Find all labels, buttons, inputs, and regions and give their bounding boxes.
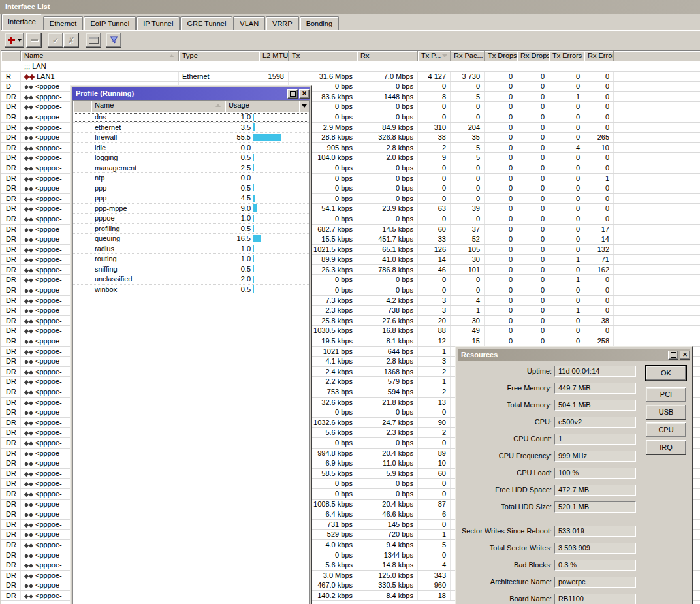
tab-interface[interactable]: Interface [1, 14, 42, 30]
tab-gre-tunnel[interactable]: GRE Tunnel [180, 16, 232, 30]
profile-row[interactable]: sniffing0.5 [73, 264, 309, 275]
cell: DR [1, 174, 21, 183]
profile-titlebar[interactable]: Profile (Running) ✕ [72, 87, 310, 100]
column-header-rx[interactable]: Rx [357, 51, 418, 61]
field-bad-blocks[interactable]: 0.3 % [554, 560, 636, 571]
field-free-hdd-space[interactable]: 472.7 MB [554, 485, 636, 496]
pci-button[interactable]: PCI [646, 387, 686, 402]
disable-button[interactable]: ✗ [63, 33, 79, 48]
column-header-rx-errors[interactable]: Rx Errors [584, 51, 614, 61]
profile-usage-column-header[interactable]: Usage [225, 101, 299, 112]
profile-row[interactable]: management2.5 [73, 163, 309, 174]
profile-name-column-header[interactable]: Name [91, 101, 225, 112]
cell: 0 [549, 316, 584, 326]
cell: DR [1, 509, 21, 519]
usb-button[interactable]: USB [646, 405, 686, 420]
maximize-button[interactable] [287, 89, 298, 99]
comment-button[interactable] [86, 33, 101, 48]
group-row[interactable]: ;;; LAN [1, 61, 700, 72]
cell: 2 [418, 367, 451, 377]
column-select-button[interactable] [299, 101, 309, 112]
cell: 5 [451, 92, 485, 102]
table-row[interactable]: RLAN1Ethernet159831.6 Mbps7.0 Mbps4 1273… [1, 72, 700, 82]
tab-ip-tunnel[interactable]: IP Tunnel [136, 16, 180, 30]
irq-button[interactable]: IRQ [646, 440, 686, 455]
profile-row[interactable]: dns1.0 [73, 112, 309, 123]
cell: 89 [418, 449, 451, 458]
field-total-memory[interactable]: 504.1 MiB [554, 400, 636, 411]
tab-eoip-tunnel[interactable]: EoIP Tunnel [84, 16, 136, 30]
profile-row[interactable]: ppp4.5 [73, 193, 309, 204]
field-total-hdd-size[interactable]: 520.1 MB [554, 501, 636, 513]
field-total-sector-writes[interactable]: 3 593 909 [554, 543, 636, 554]
tab-vrrp[interactable]: VRRP [266, 16, 299, 30]
enable-button[interactable]: ✓ [48, 33, 63, 48]
field-board-name[interactable]: RB1100 [554, 594, 636, 604]
cell: 6 [418, 509, 451, 519]
profile-row[interactable]: winbox0.5 [73, 285, 309, 295]
field-cpu-count[interactable]: 1 [554, 434, 636, 445]
column-header-type[interactable]: Type [179, 51, 259, 61]
profile-process-name: ppp-mppe [91, 204, 225, 214]
close-button[interactable]: ✕ [299, 89, 310, 99]
resources-titlebar[interactable]: Resources ✕ [458, 349, 690, 361]
field-free-memory[interactable]: 449.7 MiB [554, 383, 636, 394]
interface-name: <pppoe- [35, 164, 62, 172]
maximize-button[interactable] [668, 351, 678, 360]
remove-button[interactable] [26, 33, 42, 48]
tab-ethernet[interactable]: Ethernet [43, 16, 84, 30]
tab-vlan[interactable]: VLAN [233, 16, 265, 30]
profile-row[interactable]: ppp-mppe9.0 [73, 204, 309, 214]
field-sector-writes-since-reboot[interactable]: 533 019 [554, 526, 636, 537]
cell: 0 [451, 183, 485, 193]
profile-row[interactable]: radius1.0 [73, 244, 309, 255]
profile-row[interactable]: firewall55.5 [73, 133, 309, 143]
cell: 0 [549, 163, 584, 173]
cell: 1 [584, 174, 614, 183]
profile-row[interactable]: logging0.5 [73, 153, 309, 163]
filter-button[interactable] [106, 33, 121, 48]
column-header-tx-p-[interactable]: Tx P... [418, 51, 451, 61]
profile-row[interactable]: pppoe1.0 [73, 214, 309, 224]
profile-row[interactable]: queuing16.5 [73, 234, 309, 244]
profile-row[interactable]: ntp0.0 [73, 173, 309, 183]
cpu-button[interactable]: CPU [646, 422, 686, 437]
ok-button[interactable]: OK [646, 366, 686, 381]
column-header-tx-errors[interactable]: Tx Errors [549, 51, 584, 61]
cell: DR [1, 133, 21, 142]
usage-value: 1.0 [229, 112, 251, 121]
column-header-rx-drops[interactable]: Rx Drops [517, 51, 549, 61]
column-header-flags[interactable] [1, 51, 21, 61]
pppoe-interface-icon [24, 266, 33, 274]
field-cpu[interactable]: e500v2 [554, 417, 636, 428]
profile-row[interactable]: idle0.0 [73, 143, 309, 153]
profile-row[interactable]: ethernet3.5 [73, 123, 309, 133]
cell: 0 [485, 123, 517, 133]
interface-name: <pppoe- [35, 357, 62, 365]
field-cpu-load[interactable]: 100 % [554, 468, 636, 479]
profile-row[interactable]: profiling0.5 [73, 224, 309, 234]
profile-flags-column-header[interactable] [73, 101, 91, 112]
interface-name: <pppoe- [35, 276, 62, 283]
profile-row[interactable]: ppp0.5 [73, 183, 309, 194]
column-header-rx-pac-[interactable]: Rx Pac... [451, 51, 485, 61]
field-cpu-frequency[interactable]: 999 MHz [554, 451, 636, 462]
field-label: Architecture Name: [458, 577, 552, 588]
field-uptime[interactable]: 11d 00:04:14 [554, 366, 636, 377]
profile-row[interactable]: unclassified2.0 [73, 274, 309, 285]
column-header-l2-mtu[interactable]: L2 MTU [259, 51, 289, 61]
column-header-tx[interactable]: Tx [289, 51, 357, 61]
tab-bonding[interactable]: Bonding [300, 16, 339, 30]
cell: 0 bps [357, 82, 418, 91]
column-header-name[interactable]: Name [21, 51, 179, 61]
close-button[interactable]: ✕ [680, 351, 690, 360]
column-header-tx-drops[interactable]: Tx Drops [485, 51, 517, 61]
cell: 38 [418, 133, 451, 142]
cell [418, 61, 451, 71]
profile-row[interactable]: routing1.0 [73, 254, 309, 264]
cell: 204 [451, 123, 485, 133]
main-window-titlebar[interactable]: Interface List [0, 0, 700, 14]
add-button[interactable] [5, 33, 24, 48]
field-architecture-name[interactable]: powerpc [554, 577, 636, 588]
cell: DR [1, 255, 21, 264]
